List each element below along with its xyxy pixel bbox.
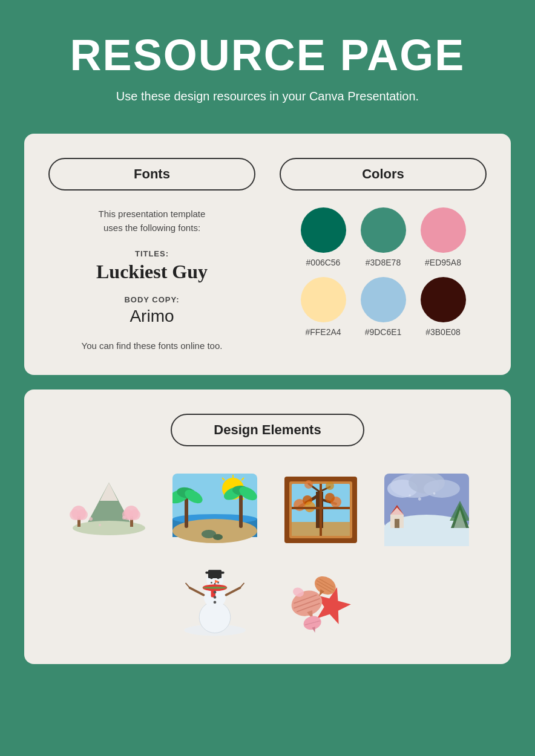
svg-point-12 xyxy=(122,516,126,520)
color-circle-1 xyxy=(301,207,346,253)
svg-point-76 xyxy=(202,587,227,589)
svg-point-81 xyxy=(214,583,215,585)
body-font-name: Arimo xyxy=(48,307,255,326)
color-item-1: #006C56 xyxy=(301,207,346,267)
svg-rect-61 xyxy=(395,519,399,528)
page-title: RESOURCE PAGE xyxy=(12,30,523,80)
color-item-4: #FFE2A4 xyxy=(301,277,346,337)
svg-point-56 xyxy=(424,480,460,498)
fonts-heading: Fonts xyxy=(134,166,170,181)
svg-rect-24 xyxy=(185,498,188,528)
svg-line-91 xyxy=(240,583,243,587)
page-header: RESOURCE PAGE Use these design resources… xyxy=(0,0,535,122)
svg-point-2 xyxy=(73,521,145,535)
color-hex-2: #3D8E78 xyxy=(366,258,401,267)
fonts-description: This presentation template uses the foll… xyxy=(48,207,255,235)
color-hex-6: #3B0E08 xyxy=(425,327,461,337)
color-circle-6 xyxy=(421,277,466,322)
color-hex-3: #ED95A8 xyxy=(425,258,461,267)
color-item-6: #3B0E08 xyxy=(421,277,466,337)
illus-row-1: ❄ ❄ ❄ xyxy=(62,471,473,549)
svg-line-90 xyxy=(186,583,189,587)
color-row-2: #FFE2A4 #9DC6E1 #3B0E08 xyxy=(280,277,487,337)
svg-point-87 xyxy=(213,601,216,604)
shells-illustration xyxy=(274,561,367,640)
design-elements-card: Design Elements xyxy=(24,389,511,664)
svg-point-11 xyxy=(89,517,93,521)
colors-section: Colors #006C56 #3D8E78 #ED95A8 xyxy=(280,158,487,351)
svg-point-6 xyxy=(77,509,88,520)
svg-point-10 xyxy=(130,509,140,520)
page-subtitle: Use these design resources in your Canva… xyxy=(12,90,523,103)
colors-heading: Colors xyxy=(362,166,404,181)
title-font-name: Luckiest Guy xyxy=(48,261,255,283)
svg-point-85 xyxy=(213,591,216,594)
color-hex-1: #006C56 xyxy=(306,258,341,267)
color-item-5: #9DC6E1 xyxy=(361,277,406,337)
illustrations-grid: ❄ ❄ ❄ xyxy=(48,471,487,640)
svg-point-80 xyxy=(211,582,212,584)
illus-row-2 xyxy=(168,561,367,640)
svg-point-33 xyxy=(213,534,223,540)
svg-point-47 xyxy=(325,493,335,503)
color-item-2: #3D8E78 xyxy=(361,207,406,267)
beach-illustration xyxy=(168,471,261,549)
design-elements-header-box: Design Elements xyxy=(171,414,364,446)
content-area: Fonts This presentation template uses th… xyxy=(0,122,535,688)
winter-scene-illustration: ❄ ❄ ❄ xyxy=(379,471,473,549)
svg-point-82 xyxy=(217,582,219,584)
color-row-1: #006C56 #3D8E78 #ED95A8 xyxy=(280,207,487,267)
svg-rect-58 xyxy=(384,528,469,546)
body-label: BODY COPY: xyxy=(48,295,255,304)
title-font-item: TITLES: Luckiest Guy xyxy=(48,249,255,283)
snowman-illustration xyxy=(168,561,261,640)
color-hex-5: #9DC6E1 xyxy=(365,327,402,337)
svg-point-13 xyxy=(99,524,101,526)
svg-text:❄: ❄ xyxy=(409,494,411,497)
fonts-footer: You can find these fonts online too. xyxy=(48,341,255,351)
color-hex-4: #FFE2A4 xyxy=(305,327,341,337)
svg-rect-84 xyxy=(205,572,224,574)
cherry-blossom-illustration xyxy=(62,471,156,549)
svg-rect-51 xyxy=(320,484,322,536)
svg-line-88 xyxy=(189,588,203,595)
color-circle-5 xyxy=(361,277,406,322)
design-elements-heading: Design Elements xyxy=(214,422,321,437)
fonts-header-box: Fonts xyxy=(48,158,255,191)
svg-marker-1 xyxy=(100,483,118,501)
svg-rect-28 xyxy=(239,495,243,528)
color-item-3: #ED95A8 xyxy=(421,207,466,267)
svg-point-49 xyxy=(326,481,334,490)
color-circle-3 xyxy=(421,207,466,253)
fonts-section: Fonts This presentation template uses th… xyxy=(48,158,255,351)
titles-label: TITLES: xyxy=(48,249,255,258)
colors-header-box: Colors xyxy=(280,158,487,191)
window-illustration xyxy=(274,471,367,549)
body-font-item: BODY COPY: Arimo xyxy=(48,295,255,326)
svg-text:❄: ❄ xyxy=(433,492,436,495)
svg-line-89 xyxy=(226,588,240,595)
svg-point-86 xyxy=(213,596,216,599)
svg-text:❄: ❄ xyxy=(418,497,422,502)
color-circle-2 xyxy=(361,207,406,253)
svg-rect-83 xyxy=(208,570,221,578)
fonts-colors-card: Fonts This presentation template uses th… xyxy=(24,134,511,375)
color-circle-4 xyxy=(301,277,346,322)
svg-point-48 xyxy=(304,480,313,489)
